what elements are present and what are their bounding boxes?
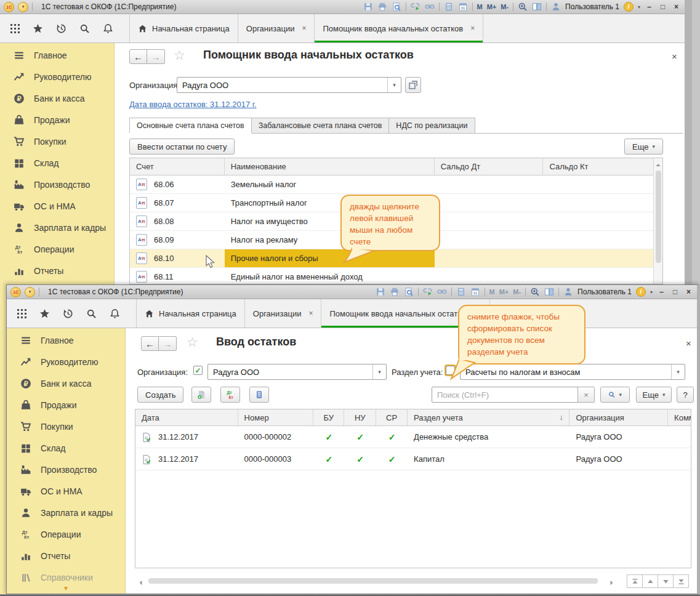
memory-minus-button[interactable]: M-	[513, 288, 521, 296]
sidebar-item[interactable]: ОС и НМА	[7, 480, 125, 502]
sidebar-item[interactable]: ДтКт Операции	[0, 238, 114, 260]
calculator-icon[interactable]	[456, 287, 466, 297]
memory-plus-button[interactable]: M+	[487, 3, 497, 10]
balances-date-link[interactable]: Дата ввода остатков: 31.12.2017 г.	[129, 100, 257, 109]
header-account[interactable]: Счет	[130, 158, 225, 175]
split-view-icon[interactable]	[544, 287, 554, 297]
memory-button[interactable]: M	[489, 288, 495, 296]
close-button[interactable]: ×	[672, 2, 681, 11]
sidebar-item[interactable]: Производство	[0, 174, 114, 195]
apps-menu-icon[interactable]	[10, 23, 20, 33]
split-view-icon[interactable]	[532, 2, 542, 12]
get-link-icon[interactable]	[411, 2, 420, 12]
header-credit[interactable]: Сальдо Кт	[543, 158, 653, 175]
user-name[interactable]: Пользователь 1	[577, 288, 632, 296]
sidebar-item[interactable]: ₽ Банк и касса	[0, 87, 114, 109]
sidebar-item[interactable]: Руководителю	[0, 66, 114, 87]
sidebar-item[interactable]: Руководителю	[7, 351, 125, 372]
favorite-star-icon[interactable]: ☆	[187, 336, 198, 348]
forward-button[interactable]: →	[147, 49, 165, 64]
account-row[interactable]: Аπ 68.11 Единый налог на вмененный доход	[130, 268, 653, 286]
titlebar[interactable]: 1С ▾ 1С тестовая с ОКОФ (1С:Предприятие)…	[7, 285, 697, 299]
scroll-up-icon[interactable]	[655, 159, 661, 166]
organization-combo[interactable]: Радуга ООО ▾	[177, 77, 401, 93]
create-button[interactable]: Создать	[137, 387, 183, 403]
combo-dropdown-icon[interactable]: ▾	[387, 78, 401, 92]
more-button[interactable]: Еще▾	[624, 139, 663, 155]
section-combo[interactable]: Расчеты по налогам и взносам ▾	[460, 364, 685, 380]
horizontal-scrollbar[interactable]	[137, 577, 615, 586]
registers-button[interactable]	[249, 387, 269, 403]
scrollbar-thumb[interactable]	[148, 578, 598, 584]
sidebar-more-icon[interactable]: ▼	[7, 586, 125, 592]
more-button[interactable]: Еще▾	[636, 387, 672, 403]
header-date[interactable]: Дата	[135, 409, 238, 425]
tab-organizations[interactable]: Организации ×	[238, 14, 315, 42]
print-icon[interactable]	[390, 287, 400, 297]
titlebar[interactable]: 1С ▾ 1С тестовая с ОКОФ (1С:Предприятие)…	[0, 0, 685, 14]
sidebar-item[interactable]: Производство	[7, 459, 125, 480]
caret-down-icon[interactable]: ▾	[650, 289, 653, 295]
document-row[interactable]: 31.12.2017 0000-000002 ✓ ✓ ✓ Денежные ср…	[135, 426, 691, 448]
favorites-icon[interactable]	[39, 308, 50, 319]
scroll-right-icon[interactable]	[608, 578, 615, 584]
organization-combo[interactable]: Радуга ООО ▾	[207, 364, 387, 380]
sidebar-item[interactable]: Покупки	[7, 416, 125, 437]
sidebar-item[interactable]: Зарплата и кадры	[7, 502, 125, 523]
user-name[interactable]: Пользователь 1	[565, 2, 619, 11]
enter-balances-button[interactable]: Ввести остатки по счету	[129, 139, 235, 155]
sidebar-item[interactable]: ₽ Банк и касса	[7, 372, 125, 394]
calendar-icon[interactable]: 31	[458, 2, 468, 12]
document-row[interactable]: 31.12.2017 0000-000003 ✓ ✓ ✓ Капитал Рад…	[135, 448, 691, 470]
print-preview-icon[interactable]	[404, 287, 414, 297]
caret-down-icon[interactable]: ▾	[638, 4, 640, 10]
search-icon[interactable]	[79, 23, 90, 34]
form-close-icon[interactable]: ×	[686, 338, 691, 348]
combo-dropdown-icon[interactable]: ▾	[671, 364, 685, 379]
header-comment[interactable]: Комме	[668, 409, 691, 425]
search-input[interactable]	[432, 387, 578, 403]
header-debit[interactable]: Сальдо Дт	[435, 158, 544, 175]
sidebar-item[interactable]: Отчеты	[7, 545, 125, 566]
go-to-link-icon[interactable]	[425, 2, 435, 12]
apps-menu-icon[interactable]	[17, 308, 26, 318]
notifications-icon[interactable]	[103, 23, 113, 34]
header-section[interactable]: Раздел учета ↓	[408, 409, 569, 425]
minimize-button[interactable]: –	[645, 2, 654, 11]
account-row[interactable]: Аπ 68.06 Земельный налог	[130, 175, 653, 194]
forward-button[interactable]: →	[159, 336, 177, 351]
favorites-icon[interactable]	[33, 23, 43, 34]
copy-button[interactable]	[191, 387, 211, 403]
tab-assistant[interactable]: Помощник ввода начальных остатков ×	[314, 14, 483, 42]
sidebar-item[interactable]: Отчеты	[0, 260, 114, 281]
history-icon[interactable]	[56, 23, 66, 34]
sidebar-item[interactable]: Зарплата и кадры	[0, 217, 114, 238]
sidebar-item[interactable]: ДтКт Операции	[7, 523, 125, 545]
info-icon[interactable]: i	[624, 2, 634, 12]
header-nu[interactable]: НУ	[344, 409, 376, 425]
history-icon[interactable]	[63, 308, 73, 319]
close-button[interactable]: ×	[684, 288, 693, 296]
header-sr[interactable]: СР	[376, 409, 408, 425]
minimize-button[interactable]: –	[657, 288, 666, 296]
go-previous-button[interactable]	[642, 574, 658, 588]
main-menu-button[interactable]: ▾	[18, 2, 28, 12]
header-organization[interactable]: Организация	[569, 409, 668, 425]
favorite-star-icon[interactable]: ☆	[174, 49, 185, 62]
go-to-link-icon[interactable]	[437, 287, 447, 297]
back-button[interactable]: ←	[141, 336, 159, 351]
memory-plus-button[interactable]: M+	[499, 288, 509, 296]
sidebar-item[interactable]: Продажи	[0, 109, 114, 131]
maximize-button[interactable]: □	[658, 2, 667, 11]
maximize-button[interactable]: □	[670, 288, 680, 296]
vertical-scrollbar[interactable]	[653, 158, 662, 284]
header-name[interactable]: Наименование	[225, 158, 435, 175]
help-button[interactable]: ?	[677, 387, 694, 403]
calculator-icon[interactable]	[444, 2, 454, 12]
tab-home[interactable]: Начальная страница	[136, 299, 244, 328]
tab-close-icon[interactable]: ×	[302, 24, 306, 33]
tab-close-icon[interactable]: ×	[308, 309, 313, 318]
sidebar-item[interactable]: ОС и НМА	[0, 195, 114, 217]
sidebar-item[interactable]: Главное	[7, 329, 125, 351]
sidebar-item[interactable]: Покупки	[0, 131, 114, 152]
